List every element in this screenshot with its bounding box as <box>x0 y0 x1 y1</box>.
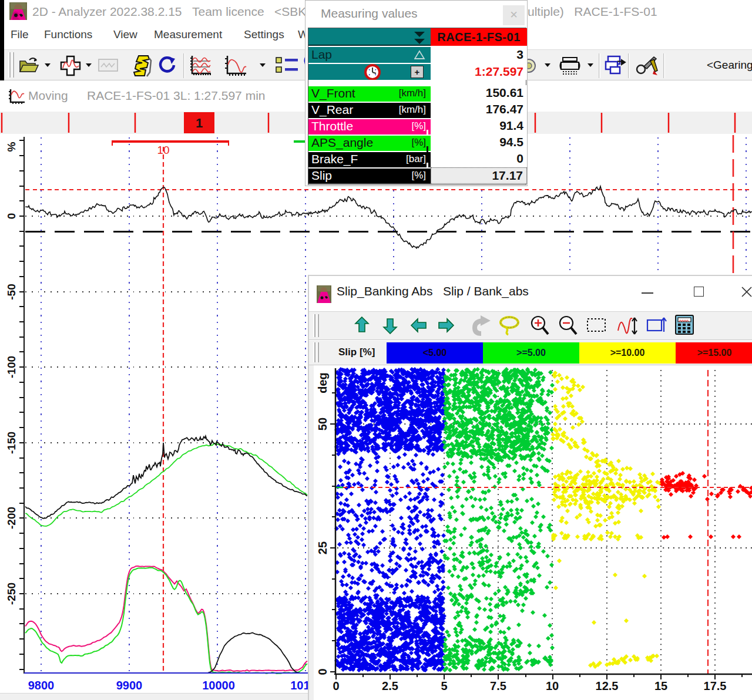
svg-text:-50: -50 <box>5 284 18 299</box>
svg-text:15: 15 <box>654 679 667 692</box>
svg-text:1: 1 <box>196 116 203 130</box>
svg-text:-250: -250 <box>5 583 18 605</box>
svg-text:0: 0 <box>316 668 329 675</box>
svg-text:10000: 10000 <box>202 679 235 692</box>
svg-text:5: 5 <box>441 679 447 692</box>
svg-text:0: 0 <box>333 679 339 692</box>
svg-text:9800: 9800 <box>28 679 55 692</box>
svg-text:0: 0 <box>5 213 18 220</box>
svg-text:9900: 9900 <box>116 679 143 692</box>
svg-text:%: % <box>5 142 18 152</box>
svg-text:deg: deg <box>316 372 329 393</box>
svg-text:-150: -150 <box>5 432 18 454</box>
svg-text:12.5: 12.5 <box>596 679 619 692</box>
svg-text:10: 10 <box>546 679 559 692</box>
svg-text:7.5: 7.5 <box>490 679 506 692</box>
svg-text:-200: -200 <box>5 507 18 529</box>
svg-text:-100: -100 <box>5 356 18 378</box>
svg-text:25: 25 <box>316 541 329 554</box>
svg-text:2.5: 2.5 <box>382 679 398 692</box>
svg-text:17.5: 17.5 <box>704 679 727 692</box>
svg-text:50: 50 <box>316 418 329 430</box>
